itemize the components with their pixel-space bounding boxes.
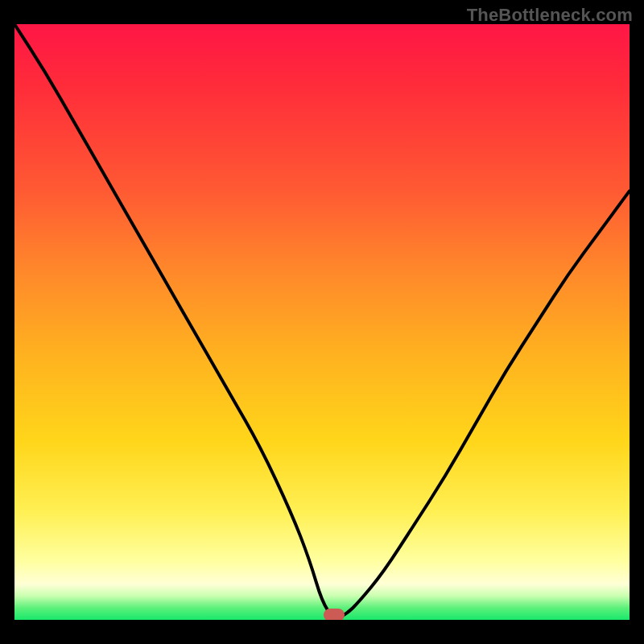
chart-frame: TheBottleneck.com xyxy=(0,0,644,644)
watermark-text: TheBottleneck.com xyxy=(467,5,633,26)
trough-marker xyxy=(324,609,345,620)
bottleneck-curve xyxy=(14,24,630,620)
plot-area xyxy=(14,24,630,620)
